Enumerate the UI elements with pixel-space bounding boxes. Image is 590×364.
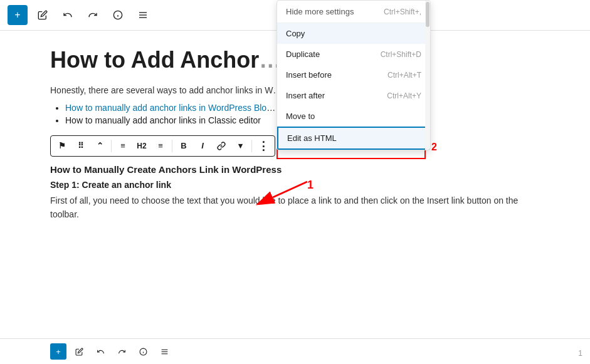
more-options-button[interactable]: ⋮	[255, 137, 272, 155]
move-to-menu-item[interactable]: Move to	[277, 106, 430, 127]
scrollbar[interactable]	[425, 1, 430, 150]
menu-button[interactable]	[133, 5, 153, 25]
info-button[interactable]	[108, 5, 128, 25]
bottom-menu-button[interactable]	[155, 343, 173, 360]
how-to-heading: How to Manually Create Anchors Link in W…	[50, 164, 540, 175]
link-button[interactable]	[213, 137, 230, 155]
insert-after-shortcut: Ctrl+Alt+Y	[387, 91, 421, 100]
h2-button[interactable]: H2	[133, 137, 150, 155]
chevron-button[interactable]: ▾	[231, 137, 249, 155]
link-manually-blog[interactable]: How to manually add anchor links in Word…	[65, 103, 266, 113]
align-button[interactable]: ≡	[114, 137, 132, 155]
edit-as-html-menu-item[interactable]: Edit as HTML	[277, 127, 430, 150]
insert-before-shortcut: Ctrl+Alt+T	[387, 71, 421, 80]
duplicate-menu-item[interactable]: Duplicate Ctrl+Shift+D	[277, 44, 430, 65]
context-dropdown: Hide more settings Ctrl+Shift+, Copy Dup…	[277, 0, 431, 150]
duplicate-shortcut: Ctrl+Shift+D	[381, 50, 421, 59]
h2-label: H2	[137, 142, 146, 150]
italic-button[interactable]: I	[194, 137, 211, 155]
block-toolbar: ⚑ ⠿ ⌃ ≡ H2 ≡ B I ▾ ⋮	[50, 135, 275, 157]
bookmark-button[interactable]: ⚑	[53, 137, 71, 155]
bottom-add-button[interactable]: +	[50, 343, 66, 360]
hide-settings-item[interactable]: Hide more settings Ctrl+Shift+,	[277, 1, 430, 23]
bold-button[interactable]: B	[175, 137, 192, 155]
hide-settings-label: Hide more settings	[286, 7, 354, 16]
bottom-redo-button[interactable]	[113, 343, 130, 360]
move-arrows-button[interactable]: ⌃	[91, 137, 108, 155]
add-block-button[interactable]: +	[8, 5, 28, 25]
step1-paragraph: First of all, you need to choose the tex…	[50, 194, 540, 222]
drag-handle-button[interactable]: ⠿	[72, 137, 90, 155]
insert-before-menu-item[interactable]: Insert before Ctrl+Alt+T	[277, 65, 430, 85]
bottom-edit-button[interactable]	[70, 343, 88, 360]
toolbar-divider3	[251, 140, 252, 152]
bottom-toolbar: + 1	[0, 338, 590, 364]
insert-after-menu-item[interactable]: Insert after Ctrl+Alt+Y	[277, 85, 430, 106]
hide-settings-shortcut: Ctrl+Shift+,	[384, 8, 421, 16]
bottom-info-button[interactable]	[134, 343, 152, 360]
scrollbar-thumb	[426, 2, 429, 27]
redo-button[interactable]	[83, 5, 103, 25]
bottom-undo-button[interactable]	[92, 343, 109, 360]
toolbar-divider2	[172, 140, 172, 152]
edit-button[interactable]	[33, 5, 53, 25]
undo-button[interactable]	[58, 5, 78, 25]
page-indicator: 1	[578, 349, 582, 358]
align2-button[interactable]: ≡	[152, 137, 169, 155]
copy-menu-item[interactable]: Copy	[277, 23, 430, 44]
toolbar-divider	[111, 140, 112, 152]
step1-heading: Step 1: Create an anchor link	[50, 180, 540, 190]
